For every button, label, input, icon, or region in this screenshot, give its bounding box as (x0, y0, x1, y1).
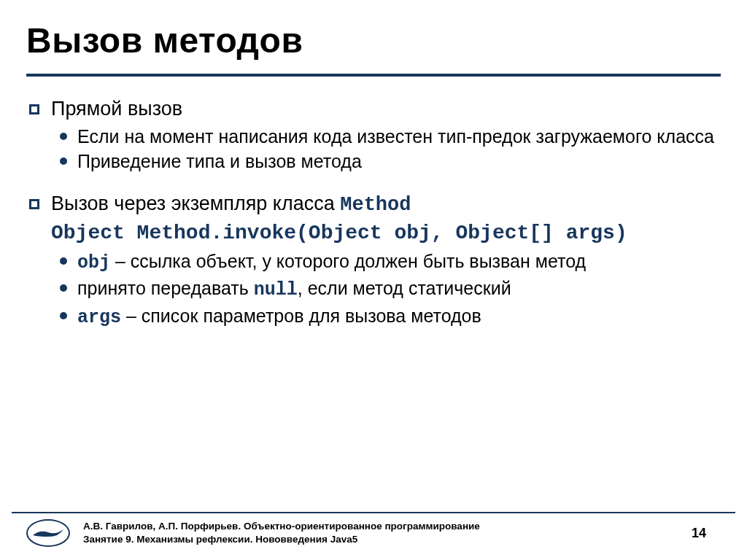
footer-divider (12, 512, 735, 513)
subbullet-null: принято передавать null, если метод стат… (26, 277, 721, 302)
bullet-method-instance: Вызов через экземпляр класса Method (26, 192, 721, 217)
title-divider (26, 74, 721, 77)
text-null-b: , если метод статический (298, 278, 511, 298)
footer-authors: А.В. Гаврилов, А.П. Порфирьев. Объектно-… (83, 520, 664, 533)
subbullet-args: args – список параметров для вызова мето… (26, 305, 721, 330)
subbullet-cast-invoke: Приведение типа и вызов метода (26, 150, 721, 173)
bullet-method-prefix: Вызов через экземпляр класса (51, 192, 340, 214)
footer-lesson: Занятие 9. Механизмы рефлексии. Нововвед… (83, 533, 664, 546)
bird-icon (31, 525, 65, 541)
code-invoke-signature: Object Method.invoke(Object obj, Object[… (26, 220, 721, 246)
footer-logo (26, 519, 70, 547)
bullet-direct-call: Прямой вызов (26, 97, 721, 121)
text-args-desc: – список параметров для вызова методов (121, 306, 481, 326)
slide-body: Прямой вызов Если на момент написания ко… (26, 97, 721, 329)
page-number: 14 (677, 526, 721, 541)
text-obj-desc: – ссылка объект, у которого должен быть … (110, 251, 586, 271)
code-method-class: Method (340, 194, 411, 216)
footer-text: А.В. Гаврилов, А.П. Порфирьев. Объектно-… (83, 520, 664, 545)
subbullet-type-known: Если на момент написания кода известен т… (26, 125, 721, 148)
code-args: args (77, 307, 121, 328)
code-obj: obj (77, 252, 110, 273)
text-null-a: принято передавать (77, 278, 254, 298)
subbullet-obj: obj – ссылка объект, у которого должен б… (26, 250, 721, 275)
slide-title: Вызов методов (26, 20, 721, 61)
code-null: null (254, 279, 298, 300)
slide-footer: А.В. Гаврилов, А.П. Порфирьев. Объектно-… (0, 519, 747, 547)
